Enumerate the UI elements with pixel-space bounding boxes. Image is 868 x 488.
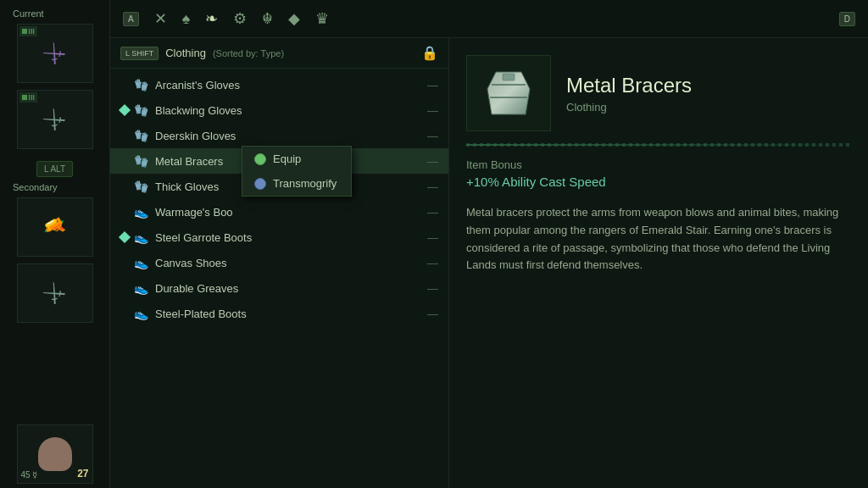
glove-icon: 🧤 xyxy=(134,103,148,117)
item-category: Clothing xyxy=(566,101,692,114)
glove-icon: 🧤 xyxy=(134,180,148,193)
current-label: Current xyxy=(0,8,44,19)
bonus-label: Item Bonus xyxy=(466,158,851,171)
item-dash: — xyxy=(427,180,438,193)
transmogrify-menu-item[interactable]: Transmogrify xyxy=(242,171,351,196)
secondary-weapon-slot-1[interactable]: 🔫 xyxy=(17,197,93,257)
secondary-label: Secondary xyxy=(0,182,58,192)
glove-icon: 🧤 xyxy=(134,129,148,142)
bracer-icon: 🧤 xyxy=(134,154,148,168)
list-item[interactable]: 👟 Canvas Shoes — xyxy=(110,250,448,275)
weapon-level-2: III xyxy=(19,92,38,103)
boot-icon: 👟 xyxy=(134,281,148,295)
nav-icon-leaf[interactable]: ❧ xyxy=(205,9,218,28)
item-name: Blackwing Gloves xyxy=(155,104,427,117)
item-name: Warmage's Boo xyxy=(155,206,427,219)
secondary-sword-icon: ⚔ xyxy=(37,275,72,310)
bonus-value: +10% Ability Cast Speed xyxy=(466,175,851,189)
lock-icon[interactable]: 🔒 xyxy=(421,45,438,61)
category-title: Clothing xyxy=(165,47,206,59)
item-name: Arcanist's Gloves xyxy=(155,79,427,92)
top-nav: A ✕ ♠ ❧ ⚙ ☬ ◆ ♛ D xyxy=(110,0,868,38)
item-dash: — xyxy=(427,206,438,219)
consumable-slot[interactable]: 27 45 ☿ xyxy=(17,424,93,484)
item-title-block: Metal Bracers Clothing xyxy=(566,55,692,131)
item-title: Metal Bracers xyxy=(566,74,692,97)
boot-icon: 👟 xyxy=(134,230,148,244)
svg-rect-3 xyxy=(503,74,515,80)
item-name: Steel Garrote Boots xyxy=(155,231,427,244)
item-dash: — xyxy=(427,282,438,295)
inventory-header: L SHIFT Clothing (Sorted by: Type) 🔒 xyxy=(110,38,448,69)
nav-icon-gear[interactable]: ⚙ xyxy=(233,9,247,28)
item-description: Metal bracers protect the arms from weap… xyxy=(466,204,851,274)
weapon-level-1: III xyxy=(19,26,38,36)
equip-label: Equip xyxy=(273,152,301,165)
item-dash: — xyxy=(427,257,438,269)
nav-icon-crown[interactable]: ♛ xyxy=(315,9,329,28)
sort-label: (Sorted by: Type) xyxy=(213,48,284,58)
list-item[interactable]: 👟 Steel-Plated Boots — xyxy=(110,301,448,326)
detail-header: Metal Bracers Clothing xyxy=(466,55,851,131)
list-item[interactable]: 👟 Warmage's Boo — xyxy=(110,199,448,225)
nav-icon-diamond[interactable]: ◆ xyxy=(288,9,300,28)
transmogrify-label: Transmogrify xyxy=(273,177,337,190)
inventory-panel: L SHIFT Clothing (Sorted by: Type) 🔒 🧤 A… xyxy=(110,38,449,488)
boot-icon: 👟 xyxy=(134,205,148,219)
transmogrify-icon xyxy=(254,178,266,190)
item-name: Durable Greaves xyxy=(155,282,427,295)
equip-icon xyxy=(254,153,266,165)
detail-divider xyxy=(466,144,851,146)
item-dash: — xyxy=(427,104,438,117)
list-item[interactable]: 👟 Durable Greaves — xyxy=(110,275,448,301)
nav-icon-hammer[interactable]: ☬ xyxy=(262,9,273,28)
item-name: Canvas Shoes xyxy=(155,257,427,269)
weapon-slot-1[interactable]: III ⚔ xyxy=(17,24,93,83)
item-name: Steel-Plated Boots xyxy=(155,308,427,320)
item-dash: — xyxy=(427,79,438,92)
item-thumbnail xyxy=(466,55,551,131)
item-sub: 45 ☿ xyxy=(21,470,38,480)
item-dash: — xyxy=(427,308,438,320)
sword-icon-2: ⚔ xyxy=(37,102,72,136)
list-item[interactable]: 👟 Steel Garrote Boots — xyxy=(110,225,448,250)
item-dash: — xyxy=(427,155,438,168)
context-menu: Equip Transmogrify xyxy=(242,146,352,197)
bracer-svg xyxy=(479,64,538,123)
item-name: Deerskin Gloves xyxy=(155,130,427,142)
d-key: D xyxy=(839,12,855,26)
boot-icon: 👟 xyxy=(134,307,148,320)
item-dash: — xyxy=(427,130,438,142)
equipped-marker xyxy=(119,104,131,116)
list-item[interactable]: 🧤 Blackwing Gloves — xyxy=(110,97,448,123)
detail-panel: Metal Bracers Clothing Item Bonus +10% A… xyxy=(449,38,868,488)
left-sidebar: Current III ⚔ III ⚔ L ALT Secondary 🔫 ⚔ … xyxy=(0,0,110,488)
equipped-marker xyxy=(119,231,131,243)
sword-icon-1: ⚔ xyxy=(37,36,72,70)
item-count: 27 xyxy=(77,468,88,480)
l-alt-key: L ALT xyxy=(36,161,73,177)
boot-icon: 👟 xyxy=(134,256,148,269)
item-dash: — xyxy=(427,231,438,244)
secondary-weapon-slot-2[interactable]: ⚔ xyxy=(17,263,93,323)
shift-key[interactable]: L SHIFT xyxy=(120,47,159,60)
weapon-slot-2[interactable]: III ⚔ xyxy=(17,90,93,149)
list-item[interactable]: 🧤 Arcanist's Gloves — xyxy=(110,72,448,97)
helmet-icon xyxy=(38,437,72,471)
glove-icon: 🧤 xyxy=(134,78,148,92)
nav-icon-swords[interactable]: ✕ xyxy=(154,9,167,28)
list-item[interactable]: 🧤 Deerskin Gloves — xyxy=(110,123,448,148)
equip-menu-item[interactable]: Equip xyxy=(242,147,351,171)
nav-icon-spade[interactable]: ♠ xyxy=(182,10,191,28)
inventory-list: 🧤 Arcanist's Gloves — 🧤 Blackwing Gloves… xyxy=(110,69,448,330)
pistol-icon: 🔫 xyxy=(39,212,70,242)
a-key: A xyxy=(123,12,139,26)
